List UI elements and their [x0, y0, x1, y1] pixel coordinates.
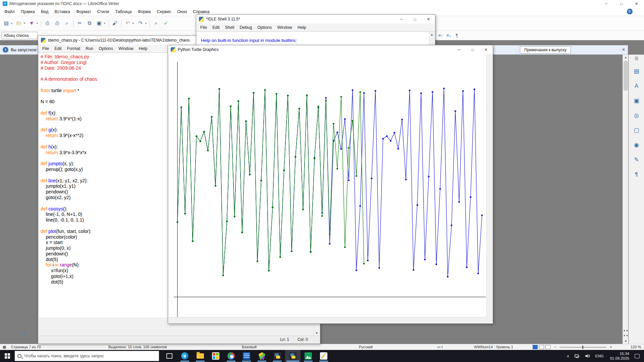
turtle-close-button[interactable]: ✕ — [479, 45, 493, 54]
taskbar-python-turtle-active[interactable] — [285, 350, 301, 362]
save-icon[interactable]: ▼ — [27, 19, 36, 28]
new-document-icon[interactable]: ▤ — [2, 19, 11, 28]
idle-close-button[interactable]: ✕ — [422, 15, 435, 23]
network-icon[interactable] — [572, 354, 582, 358]
sidebar-tab-page[interactable]: ▢ — [632, 125, 642, 135]
notification-center-button[interactable] — [633, 353, 641, 359]
taskbar-file-explorer[interactable] — [193, 350, 208, 362]
editor-menu-options[interactable]: Options — [96, 45, 116, 52]
zoom-plus-icon[interactable]: + — [610, 345, 612, 349]
maximize-button[interactable]: □ — [614, 0, 629, 7]
idle-minimize-button[interactable]: ─ — [395, 15, 408, 23]
next-page-icon[interactable]: ▼▼ — [623, 333, 629, 339]
editor-menu-run[interactable]: Run — [83, 45, 96, 52]
word-count[interactable]: Выделено: 15 слов, 106 символов — [108, 345, 167, 349]
open-icon[interactable]: 🗁 — [14, 19, 23, 28]
idle-menu-shell[interactable]: Shell — [222, 24, 237, 31]
single-page-view-button[interactable] — [533, 345, 538, 349]
volume-icon[interactable] — [582, 354, 592, 358]
idle-menu-help[interactable]: Help — [295, 24, 309, 31]
idle-menu-options[interactable]: Options — [255, 24, 274, 31]
document-scrollbar[interactable]: ▲ ▲▲ ▼▼ ▼ — [623, 55, 628, 344]
book-view-button[interactable] — [545, 345, 550, 349]
taskbar-word-app[interactable] — [239, 350, 254, 362]
taskbar-photos[interactable] — [301, 350, 316, 362]
sidebar-settings-icon[interactable]: ☰ — [632, 56, 642, 63]
undo-dropdown-icon[interactable]: ▾ — [132, 19, 136, 28]
formatting-marks-icon[interactable]: ¶ — [453, 32, 461, 39]
taskbar-search-box[interactable]: Чтобы начать поиск, введите здесь запрос — [15, 351, 159, 361]
page-count[interactable]: Страница 7 из 70 — [11, 345, 41, 349]
find-previous-icon[interactable]: → — [2, 329, 11, 337]
taskbar-clock[interactable]: 15:34 01.09.2025 — [606, 351, 633, 361]
text-language[interactable]: Русский — [359, 345, 373, 349]
idle-menu-file[interactable]: File — [198, 24, 210, 31]
turtle-minimize-button[interactable]: ─ — [452, 45, 466, 54]
sidebar-tab-properties[interactable]: ▤ — [632, 66, 642, 76]
menu-стили[interactable]: Стили — [94, 8, 112, 15]
zoom-slider[interactable] — [559, 347, 606, 348]
find-next-icon[interactable]: ← — [11, 329, 19, 337]
sidebar-tab-accessibility-check[interactable]: ◉ — [632, 140, 642, 150]
idle-titlebar[interactable]: *IDLE Shell 3.11.5* ─ □ ✕ — [196, 15, 435, 23]
turtle-vertical-scrollbar[interactable] — [486, 54, 492, 317]
scroll-down-icon[interactable]: ▼ — [623, 339, 629, 344]
idle-menu-edit[interactable]: Edit — [210, 24, 222, 31]
language-indicator[interactable]: ENG — [592, 354, 607, 358]
previous-page-icon[interactable]: ▲▲ — [623, 328, 629, 333]
sidebar-tab-gallery[interactable]: ▣ — [632, 96, 642, 106]
editor-menu-window[interactable]: Window — [116, 45, 136, 52]
taskbar-shield-app[interactable] — [254, 350, 270, 362]
undo-icon[interactable]: ↶ — [123, 19, 132, 28]
editor-menu-edit[interactable]: Edit — [52, 45, 64, 52]
multi-page-view-button[interactable] — [539, 345, 544, 349]
sidebar-tab-character[interactable]: A — [632, 81, 642, 91]
print-icon[interactable]: ⎙ — [53, 19, 62, 28]
navigate-icon[interactable]: ⇉ — [19, 329, 28, 337]
idle-menu-window[interactable]: Window — [274, 24, 294, 31]
menu-вставка[interactable]: Вставка — [52, 8, 73, 15]
menu-окно[interactable]: Окно — [174, 8, 190, 15]
turtle-horizontal-scrollbar[interactable] — [169, 317, 486, 323]
menu-файл[interactable]: Файл — [1, 8, 18, 15]
update-notification-icon[interactable]: ↻ — [627, 9, 633, 14]
paste-icon[interactable]: ▣ — [95, 19, 104, 28]
sidebar-tab-style-inspector[interactable]: ¶ — [632, 170, 642, 180]
selection-mode-icon[interactable]: ▭ I — [437, 345, 443, 349]
paste-dropdown-icon[interactable]: ▾ — [104, 19, 107, 28]
print-preview-icon[interactable]: ⌕ — [62, 19, 71, 28]
infobar-close-icon[interactable]: ✕ — [622, 47, 625, 52]
idle-menu-debug[interactable]: Debug — [237, 24, 255, 31]
hidden-icons-chevron[interactable]: ∧ — [564, 354, 572, 358]
sort-ascending-icon[interactable]: ≡↑ — [437, 32, 445, 39]
sidebar-tab-navigator[interactable]: ◎ — [632, 111, 642, 121]
idle-maximize-button[interactable]: □ — [408, 15, 422, 23]
redo-dropdown-icon[interactable]: ▾ — [145, 19, 148, 28]
menu-таблица[interactable]: Таблица — [112, 8, 135, 15]
editor-menu-file[interactable]: File — [40, 45, 52, 52]
minimize-button[interactable]: ─ — [599, 0, 614, 7]
sidebar-tab-track-changes[interactable]: ✎ — [632, 155, 642, 165]
find-replace-icon[interactable]: ⌕ — [152, 19, 161, 28]
copy-icon[interactable]: ⧉ — [85, 19, 94, 28]
new-document-dropdown-icon[interactable]: ▾ — [11, 19, 14, 28]
taskbar-edge[interactable]: e — [177, 350, 193, 362]
page-style[interactable]: Базовый — [242, 345, 257, 349]
editor-menu-format[interactable]: Format — [64, 45, 83, 52]
cut-icon[interactable]: ✂ — [75, 19, 84, 28]
menu-вид[interactable]: Вид — [38, 8, 52, 15]
zoom-minus-icon[interactable]: − — [554, 345, 556, 349]
export-pdf-icon[interactable]: ⎙ — [43, 19, 52, 28]
menu-формат[interactable]: Формат — [73, 8, 94, 15]
zoom-level[interactable]: 120 % — [631, 345, 641, 349]
menu-правка[interactable]: Правка — [18, 8, 38, 15]
editor-menu-help[interactable]: Help — [136, 45, 150, 52]
redo-icon[interactable]: ↷ — [136, 19, 145, 28]
clone-formatting-icon[interactable]: 🖌 — [110, 19, 119, 28]
open-dropdown-icon[interactable]: ▾ — [24, 19, 27, 28]
scroll-up-icon[interactable]: ▲ — [623, 55, 629, 60]
idle-scroll-up-icon[interactable]: ▲ — [429, 32, 434, 36]
save-dropdown-icon[interactable]: ▾ — [37, 19, 40, 28]
taskbar-chrome[interactable] — [223, 350, 239, 362]
editor-scroll-down-icon[interactable]: ▼ — [314, 331, 319, 335]
